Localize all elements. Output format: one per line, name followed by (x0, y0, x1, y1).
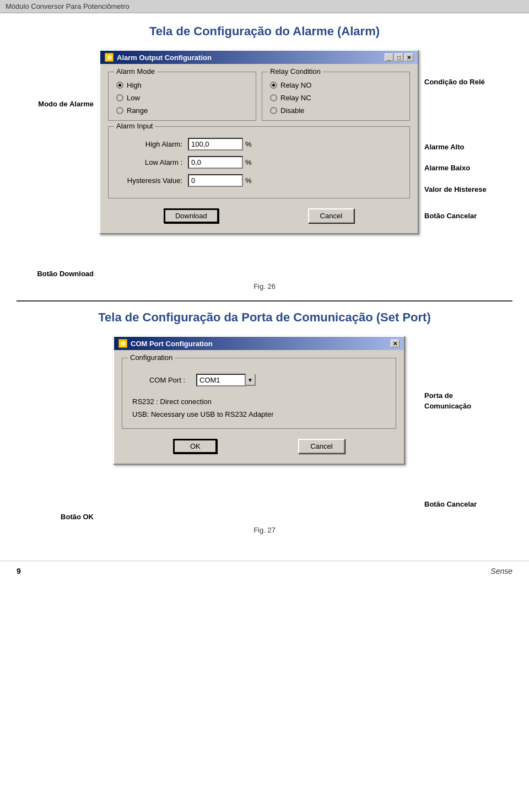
right-annotations-2: Porta de Comunicação Botão Cancelar (419, 336, 501, 509)
com-dialog-container: ⚙ COM Port Configuration ✕ Configuration (99, 336, 419, 465)
dialog-icon: ⚙ (105, 53, 114, 62)
alarm-dialog-title: Alarm Output Configuration (117, 53, 212, 62)
section2-layout: Botão OK ⚙ COM Port Configuration ✕ (17, 336, 512, 522)
radio-range[interactable]: Range (116, 106, 248, 115)
titlebar-controls: _ □ ✕ (385, 53, 413, 61)
relay-condition-radios: Relay NO Relay NC Disable (270, 79, 402, 115)
high-alarm-unit: % (245, 140, 252, 148)
low-alarm-row: Low Alarm : % (116, 156, 402, 169)
com-dialog: ⚙ COM Port Configuration ✕ Configuration (113, 336, 405, 465)
com-port-dropdown-arrow[interactable]: ▼ (246, 374, 256, 386)
alarm-dialog-container: ⚙ Alarm Output Configuration _ □ ✕ (99, 50, 419, 234)
page-footer: 9 Sense (0, 561, 529, 581)
com-dialog-title: COM Port Configuration (131, 340, 213, 348)
radio-low-input[interactable] (116, 94, 123, 101)
label-modo-alarme: Modo de Alarme (38, 99, 94, 109)
top-bar: Módulo Conversor Para Potenciômetro (0, 0, 529, 13)
label-botao-ok: Botão OK (61, 512, 94, 522)
close-button[interactable]: ✕ (404, 53, 413, 61)
radio-high[interactable]: High (116, 81, 248, 89)
alarm-input-title: Alarm Input (114, 122, 155, 130)
radio-relay-nc[interactable]: Relay NC (270, 94, 402, 102)
alarm-dialog: ⚙ Alarm Output Configuration _ □ ✕ (99, 50, 419, 234)
section2-title: Tela de Configuração da Porta de Comunic… (17, 310, 512, 325)
radio-disable-label: Disable (280, 106, 304, 115)
radio-high-label: High (127, 81, 142, 89)
alarm-mode-radios: High Low Range (116, 79, 248, 115)
radio-low-label: Low (127, 94, 140, 102)
radio-high-input[interactable] (116, 82, 123, 89)
titlebar-left: ⚙ Alarm Output Configuration (105, 53, 212, 62)
hysteresis-field[interactable] (188, 174, 243, 187)
relay-condition-title: Relay Condition (268, 67, 323, 76)
alarm-dialog-body: Alarm Mode High Low (100, 64, 418, 233)
left-annotations-1: Modo de Alarme Botão Download (28, 50, 99, 279)
com-dialog-icon: ⚙ (118, 339, 127, 348)
label-alarme-alto: Alarme Alto (424, 142, 464, 152)
section1-title: Tela de Configuração do Alarme (Alarm) (17, 24, 512, 39)
radio-relay-nc-input[interactable] (270, 94, 277, 101)
com-port-dropdown-wrapper: ▼ (196, 374, 256, 386)
cancel-button-1[interactable]: Cancel (308, 208, 354, 223)
relay-condition-group: Relay Condition Relay NO Relay NC (262, 72, 410, 121)
fig-27-caption: Fig. 27 (17, 526, 512, 534)
section-divider (17, 300, 512, 302)
maximize-button[interactable]: □ (395, 53, 403, 61)
hysteresis-row: Hysteresis Value: % (116, 174, 402, 187)
usb-text: USB: Necessary use USB to RS232 Adapter (130, 410, 388, 418)
radio-low[interactable]: Low (116, 94, 248, 102)
com-close-button[interactable]: ✕ (391, 340, 400, 347)
radio-range-input[interactable] (116, 107, 123, 114)
cancel-button-2[interactable]: Cancel (298, 439, 344, 454)
config-group: Configuration COM Port : ▼ RS232 : Direc… (122, 358, 396, 429)
label-condicao-rele: Condição do Relé (424, 77, 485, 87)
com-titlebar-left: ⚙ COM Port Configuration (118, 339, 213, 348)
rs232-text: RS232 : Direct conection (130, 397, 388, 406)
top-bar-title: Módulo Conversor Para Potenciômetro (6, 2, 129, 10)
top-groups: Alarm Mode High Low (108, 72, 410, 121)
alarm-mode-title: Alarm Mode (114, 67, 157, 76)
config-group-title: Configuration (128, 353, 175, 362)
alarm-dialog-titlebar: ⚙ Alarm Output Configuration _ □ ✕ (100, 51, 418, 64)
right-annotations-1: Condição do Relé Alarme Alto Alarme Baix… (419, 50, 501, 221)
page-number: 9 (17, 567, 21, 576)
high-alarm-field[interactable] (188, 138, 243, 150)
fig-26-caption: Fig. 26 (17, 282, 512, 291)
low-alarm-unit: % (245, 158, 252, 166)
radio-relay-no-input[interactable] (270, 82, 277, 89)
label-porta-comunicacao: Porta de Comunicação (424, 391, 471, 411)
brand-name: Sense (490, 567, 512, 576)
label-alarme-baixo: Alarme Baixo (424, 163, 470, 173)
low-alarm-field[interactable] (188, 156, 243, 169)
label-botao-download: Botão Download (37, 269, 94, 279)
com-port-value[interactable] (196, 374, 246, 386)
label-botao-cancelar-2: Botão Cancelar (424, 499, 477, 509)
label-botao-cancelar-1: Botão Cancelar (424, 211, 477, 221)
high-alarm-label: High Alarm: (116, 140, 188, 148)
hysteresis-unit: % (245, 176, 252, 185)
com-port-row: COM Port : ▼ (130, 374, 388, 386)
minimize-button[interactable]: _ (385, 53, 393, 61)
radio-range-label: Range (127, 106, 148, 115)
radio-disable[interactable]: Disable (270, 106, 402, 115)
com-dialog-buttons: OK Cancel (122, 434, 396, 456)
radio-disable-input[interactable] (270, 107, 277, 114)
low-alarm-label: Low Alarm : (116, 158, 188, 166)
com-port-label: COM Port : (130, 376, 191, 384)
alarm-dialog-buttons: Download Cancel (108, 204, 410, 225)
com-titlebar-controls: ✕ (391, 340, 400, 347)
radio-relay-no[interactable]: Relay NO (270, 81, 402, 89)
ok-button[interactable]: OK (173, 439, 217, 454)
com-dialog-titlebar: ⚙ COM Port Configuration ✕ (114, 337, 404, 350)
alarm-input-group: Alarm Input High Alarm: % Low Alarm : % (108, 126, 410, 198)
hysteresis-label: Hysteresis Value: (116, 176, 188, 185)
radio-relay-nc-label: Relay NC (280, 94, 311, 102)
label-valor-histerese: Valor de Histerese (424, 185, 487, 195)
download-button[interactable]: Download (164, 208, 219, 223)
com-dialog-body: Configuration COM Port : ▼ RS232 : Direc… (114, 350, 404, 464)
high-alarm-row: High Alarm: % (116, 138, 402, 150)
alarm-mode-group: Alarm Mode High Low (108, 72, 256, 121)
left-annotations-2: Botão OK (28, 336, 99, 522)
section1-layout: Modo de Alarme Botão Download ⚙ Alarm Ou… (17, 50, 512, 279)
radio-relay-no-label: Relay NO (280, 81, 311, 89)
